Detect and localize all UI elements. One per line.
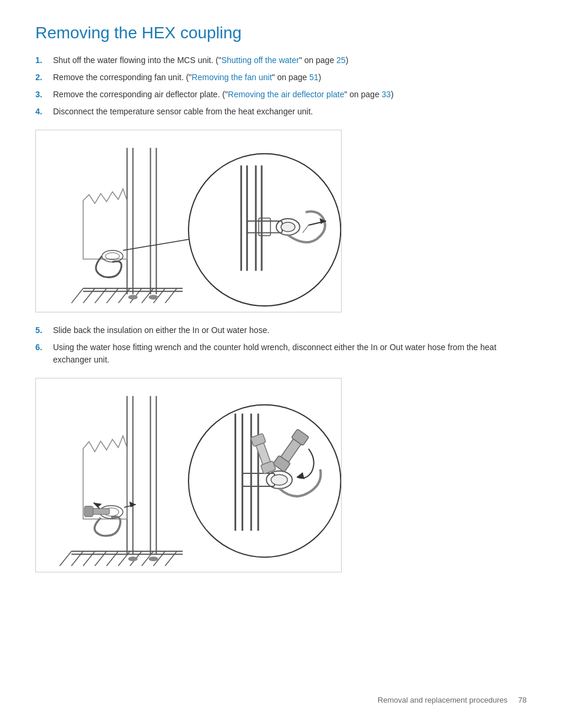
step-3-text: Remove the corresponding air deflector p… — [53, 88, 527, 101]
step-2-number: 2. — [35, 71, 53, 84]
svg-point-31 — [281, 222, 295, 232]
step-4-number: 4. — [35, 106, 53, 118]
steps-list-top: 1. Shut off the water flowing into the M… — [35, 54, 527, 118]
step-2-pageref[interactable]: 51 — [309, 73, 319, 82]
svg-rect-58 — [84, 506, 93, 517]
footer-section-label: Removal and replacement procedures — [378, 696, 507, 704]
step-5-text: Slide back the insulation on either the … — [53, 324, 527, 337]
step-5-number: 5. — [35, 324, 53, 337]
svg-rect-57 — [92, 509, 110, 515]
footer-page-number: 78 — [518, 696, 527, 704]
step-1-link[interactable]: Shutting off the water — [222, 55, 299, 65]
step-6: 6. Using the water hose fitting wrench a… — [35, 341, 527, 366]
svg-point-16 — [128, 295, 138, 299]
svg-point-70 — [271, 475, 287, 485]
footer: Removal and replacement procedures 78 — [378, 696, 527, 704]
step-1: 1. Shut off the water flowing into the M… — [35, 54, 527, 67]
page-title: Removing the HEX coupling — [35, 24, 527, 42]
illustration-1 — [35, 130, 342, 312]
svg-point-17 — [148, 295, 158, 299]
step-2: 2. Remove the corresponding fan unit. ("… — [35, 71, 527, 84]
svg-point-23 — [189, 154, 340, 306]
step-3-pageref[interactable]: 33 — [382, 90, 391, 99]
step-4: 4. Disconnect the temperature sensor cab… — [35, 106, 527, 118]
illustration-1-svg — [36, 130, 341, 312]
step-6-number: 6. — [35, 341, 53, 366]
step-3: 3. Remove the corresponding air deflecto… — [35, 88, 527, 101]
step-2-text: Remove the corresponding fan unit. ("Rem… — [53, 71, 527, 84]
svg-point-52 — [128, 556, 138, 561]
step-6-text: Using the water hose fitting wrench and … — [53, 341, 527, 366]
step-5: 5. Slide back the insulation on either t… — [35, 324, 527, 337]
illustration-2-svg — [36, 378, 341, 572]
illustration-2 — [35, 378, 342, 572]
step-1-text: Shut off the water flowing into the MCS … — [53, 54, 527, 67]
step-3-link[interactable]: Removing the air deflector plate — [228, 90, 345, 99]
step-3-number: 3. — [35, 88, 53, 101]
steps-list-bottom: 5. Slide back the insulation on either t… — [35, 324, 527, 366]
step-1-pageref[interactable]: 25 — [336, 55, 346, 65]
step-4-text: Disconnect the temperature sensor cable … — [53, 106, 527, 118]
step-2-link[interactable]: Removing the fan unit — [191, 73, 272, 82]
svg-point-53 — [148, 556, 158, 561]
step-1-number: 1. — [35, 54, 53, 67]
svg-point-63 — [189, 405, 340, 557]
